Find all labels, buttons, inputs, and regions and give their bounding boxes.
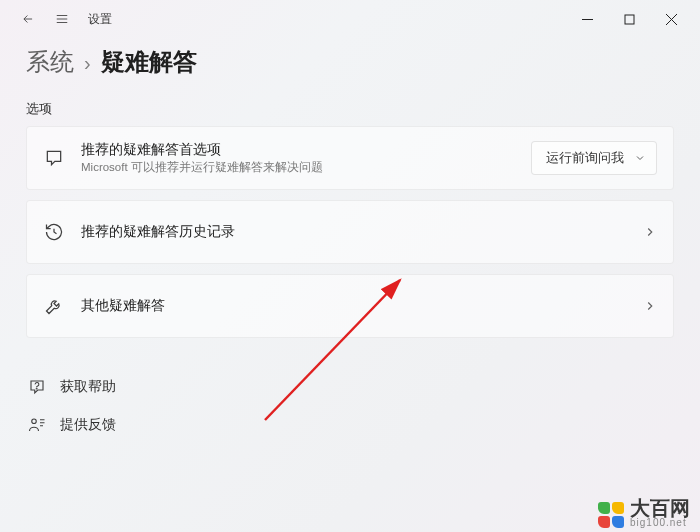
watermark-url: big100.net bbox=[630, 518, 690, 528]
history-card[interactable]: 推荐的疑难解答历史记录 bbox=[26, 200, 674, 264]
recommended-prefs-card[interactable]: 推荐的疑难解答首选项 Microsoft 可以推荐并运行疑难解答来解决问题 运行… bbox=[26, 126, 674, 190]
close-button[interactable] bbox=[650, 3, 692, 35]
watermark-text: 大百网 big100.net bbox=[630, 498, 690, 528]
history-icon bbox=[43, 221, 65, 243]
prefs-dropdown[interactable]: 运行前询问我 bbox=[531, 141, 657, 175]
window-controls bbox=[566, 3, 692, 35]
card-title: 其他疑难解答 bbox=[81, 297, 643, 315]
chevron-down-icon bbox=[634, 152, 646, 164]
feedback-link[interactable]: 提供反馈 bbox=[26, 408, 674, 442]
watermark: 大百网 big100.net bbox=[598, 498, 690, 528]
wrench-icon bbox=[43, 295, 65, 317]
link-label: 获取帮助 bbox=[60, 378, 116, 396]
get-help-link[interactable]: 获取帮助 bbox=[26, 370, 674, 404]
help-icon bbox=[26, 376, 48, 398]
feedback-icon bbox=[26, 414, 48, 436]
card-text: 其他疑难解答 bbox=[81, 297, 643, 315]
menu-button[interactable] bbox=[52, 9, 72, 29]
titlebar: 设置 bbox=[0, 0, 700, 38]
svg-point-2 bbox=[32, 419, 37, 424]
breadcrumb-separator: › bbox=[84, 52, 91, 75]
titlebar-left: 设置 bbox=[8, 9, 112, 29]
maximize-button[interactable] bbox=[608, 3, 650, 35]
main-content: 系统 › 疑难解答 选项 推荐的疑难解答首选项 Microsoft 可以推荐并运… bbox=[0, 38, 700, 442]
watermark-logo bbox=[598, 502, 624, 528]
breadcrumb-current: 疑难解答 bbox=[101, 46, 197, 78]
breadcrumb-root[interactable]: 系统 bbox=[26, 46, 74, 78]
link-label: 提供反馈 bbox=[60, 416, 116, 434]
card-text: 推荐的疑难解答历史记录 bbox=[81, 223, 643, 241]
card-text: 推荐的疑难解答首选项 Microsoft 可以推荐并运行疑难解答来解决问题 bbox=[81, 141, 531, 175]
dropdown-value: 运行前询问我 bbox=[546, 149, 624, 167]
card-subtitle: Microsoft 可以推荐并运行疑难解答来解决问题 bbox=[81, 160, 531, 175]
svg-point-1 bbox=[36, 388, 37, 389]
chevron-right-icon bbox=[643, 225, 657, 239]
logo-tile bbox=[598, 516, 610, 528]
card-title: 推荐的疑难解答首选项 bbox=[81, 141, 531, 159]
watermark-brand: 大百网 bbox=[630, 498, 690, 518]
logo-tile bbox=[612, 502, 624, 514]
back-button[interactable] bbox=[18, 9, 38, 29]
logo-tile bbox=[612, 516, 624, 528]
other-troubleshooters-card[interactable]: 其他疑难解答 bbox=[26, 274, 674, 338]
app-title: 设置 bbox=[86, 11, 112, 28]
chat-icon bbox=[43, 147, 65, 169]
svg-rect-0 bbox=[625, 15, 634, 24]
logo-tile bbox=[598, 502, 610, 514]
section-label: 选项 bbox=[26, 100, 674, 118]
minimize-button[interactable] bbox=[566, 3, 608, 35]
breadcrumb: 系统 › 疑难解答 bbox=[26, 46, 674, 78]
card-title: 推荐的疑难解答历史记录 bbox=[81, 223, 643, 241]
chevron-right-icon bbox=[643, 299, 657, 313]
